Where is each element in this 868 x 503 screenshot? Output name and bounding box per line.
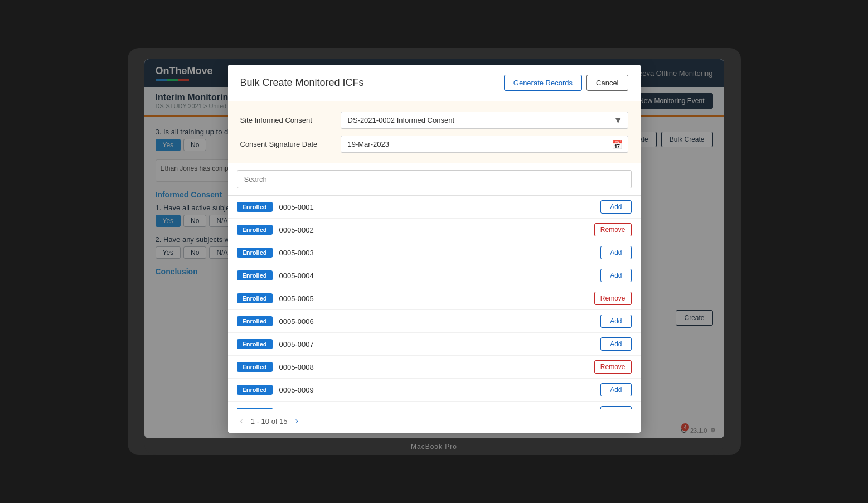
consent-date-row: Consent Signature Date 📅 [240,136,628,153]
subject-id: 0005-0005 [279,294,594,303]
enrolled-badge: Enrolled [237,339,273,349]
enrolled-badge: Enrolled [237,293,273,303]
modal-title: Bulk Create Monitored ICFs [240,77,364,89]
modal-overlay: Bulk Create Monitored ICFs Generate Reco… [144,59,724,438]
add-button[interactable]: Add [600,337,631,351]
site-consent-select[interactable]: DS-2021-0002 Informed Consent [341,112,628,129]
calendar-icon[interactable]: 📅 [612,139,623,149]
site-consent-label: Site Informed Consent [240,116,341,124]
add-button[interactable]: Add [600,315,631,328]
add-button[interactable]: Add [600,383,631,396]
subject-id: 0005-0006 [279,317,601,326]
list-item: Enrolled0005-0010Add [228,402,641,409]
site-consent-row: Site Informed Consent DS-2021-0002 Infor… [240,112,628,129]
modal-form: Site Informed Consent DS-2021-0002 Infor… [228,101,641,163]
modal-pagination: ‹ 1 - 10 of 15 › [228,409,641,433]
add-button[interactable]: Add [600,269,631,282]
add-button[interactable]: Add [600,246,631,259]
enrolled-badge: Enrolled [237,248,273,258]
enrolled-badge: Enrolled [237,270,273,280]
enrolled-badge: Enrolled [237,362,273,372]
subject-id: 0005-0007 [279,340,601,349]
modal-search [228,163,641,196]
list-item: Enrolled0005-0005Remove [228,287,641,310]
modal-header: Bulk Create Monitored ICFs Generate Reco… [228,65,641,101]
list-item: Enrolled0005-0009Add [228,379,641,402]
pagination-prev-button[interactable]: ‹ [237,415,246,427]
enrolled-badge: Enrolled [237,316,273,326]
list-item: Enrolled0005-0002Remove [228,219,641,241]
site-consent-control: DS-2021-0002 Informed Consent ▼ [341,112,628,129]
list-item: Enrolled0005-0003Add [228,241,641,264]
list-item: Enrolled0005-0004Add [228,264,641,287]
consent-date-control: 📅 [341,136,628,153]
enrolled-badge: Enrolled [237,385,273,395]
bulk-create-modal: Bulk Create Monitored ICFs Generate Reco… [228,65,641,433]
list-item: Enrolled0005-0007Add [228,333,641,356]
enrolled-badge: Enrolled [237,225,273,235]
generate-records-button[interactable]: Generate Records [504,75,582,91]
list-item: Enrolled0005-0001Add [228,196,641,219]
enrolled-badge: Enrolled [237,202,273,212]
subject-id: 0005-0002 [279,226,594,234]
remove-button[interactable]: Remove [594,223,632,236]
remove-button[interactable]: Remove [594,292,632,305]
subject-id: 0005-0004 [279,272,601,280]
subject-id: 0005-0001 [279,203,601,211]
subject-id: 0005-0003 [279,249,601,257]
list-item: Enrolled0005-0006Add [228,310,641,333]
subject-id: 0005-0009 [279,386,601,394]
laptop-model: MacBook Pro [411,443,457,451]
modal-header-actions: Generate Records Cancel [504,75,628,91]
cancel-button[interactable]: Cancel [586,75,628,91]
subject-id: 0005-0008 [279,363,594,371]
consent-date-label: Consent Signature Date [240,140,341,148]
search-input[interactable] [237,170,632,188]
list-item: Enrolled0005-0008Remove [228,356,641,379]
remove-button[interactable]: Remove [594,360,632,374]
consent-date-input[interactable] [341,136,628,153]
pagination-next-button[interactable]: › [292,415,302,427]
add-button[interactable]: Add [600,200,631,214]
subject-list: Enrolled0005-0001AddEnrolled0005-0002Rem… [228,196,641,409]
laptop-chin: MacBook Pro [144,438,724,455]
pagination-label: 1 - 10 of 15 [251,417,288,425]
